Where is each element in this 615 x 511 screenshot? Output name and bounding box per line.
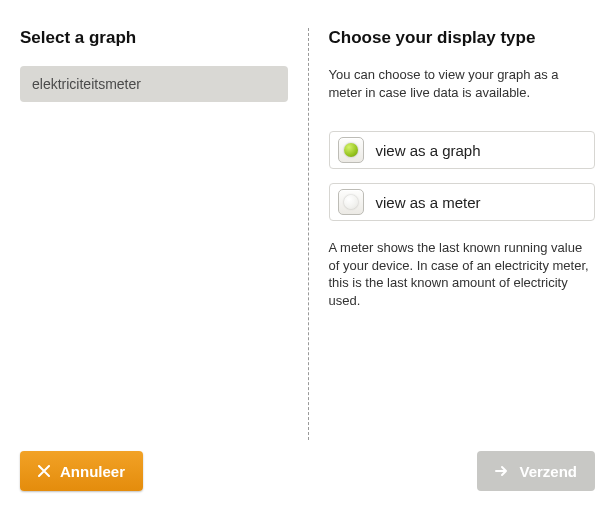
radio-dot-unselected-icon: [344, 195, 358, 209]
submit-button-label: Verzend: [519, 463, 577, 480]
option-label: view as a meter: [376, 194, 481, 211]
arrow-right-icon: [495, 465, 509, 477]
left-column: Select a graph elektriciteitsmeter: [0, 28, 308, 440]
dialog: Select a graph elektriciteitsmeter Choos…: [0, 0, 615, 511]
right-title: Choose your display type: [329, 28, 596, 48]
cancel-button[interactable]: Annuleer: [20, 451, 143, 491]
close-icon: [38, 465, 50, 477]
display-type-description: You can choose to view your graph as a m…: [329, 66, 596, 101]
dialog-body: Select a graph elektriciteitsmeter Choos…: [0, 0, 615, 440]
option-view-as-meter[interactable]: view as a meter: [329, 183, 596, 221]
left-title: Select a graph: [20, 28, 288, 48]
radio-dot-selected-icon: [344, 143, 358, 157]
submit-button[interactable]: Verzend: [477, 451, 595, 491]
selected-graph-item[interactable]: elektriciteitsmeter: [20, 66, 288, 102]
dialog-footer: Annuleer Verzend: [0, 445, 615, 511]
cancel-button-label: Annuleer: [60, 463, 125, 480]
option-view-as-graph[interactable]: view as a graph: [329, 131, 596, 169]
radio-icon: [338, 189, 364, 215]
radio-icon: [338, 137, 364, 163]
meter-note: A meter shows the last known running val…: [329, 239, 596, 309]
option-label: view as a graph: [376, 142, 481, 159]
right-column: Choose your display type You can choose …: [308, 28, 616, 440]
